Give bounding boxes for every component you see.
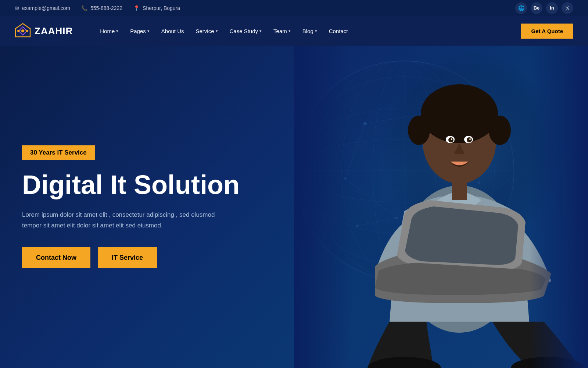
nav-case-study-label: Case Study — [230, 28, 258, 34]
nav-about[interactable]: About Us — [156, 24, 189, 38]
topbar-social: 🌐 Be in 𝕏 — [515, 2, 573, 14]
nav-team-chevron: ▾ — [288, 29, 291, 33]
topbar-email: ✉ example@gmail.com — [15, 5, 70, 11]
nav-contact[interactable]: Contact — [324, 24, 353, 38]
nav-team[interactable]: Team ▾ — [268, 24, 296, 38]
email-text: example@gmail.com — [22, 5, 70, 11]
nav-home-label: Home — [100, 28, 115, 34]
hero-section: 30 Years IT Service Digital It Solution … — [0, 46, 588, 368]
logo-text: ZAAHIR — [35, 25, 73, 37]
nav-blog[interactable]: Blog ▾ — [297, 24, 322, 38]
phone-icon: 📞 — [81, 5, 87, 11]
behance-social-icon[interactable]: Be — [531, 2, 542, 14]
location-icon: 📍 — [133, 5, 140, 11]
hero-description: Lorem ipsum dolor sit amet elit , consec… — [22, 210, 235, 231]
linkedin-social-icon[interactable]: in — [546, 2, 558, 14]
nav-case-study[interactable]: Case Study ▾ — [225, 24, 267, 38]
topbar-contact-info: ✉ example@gmail.com 📞 555-888-2222 📍 She… — [15, 5, 180, 11]
twitter-social-icon[interactable]: 𝕏 — [562, 2, 573, 14]
it-service-button[interactable]: IT Service — [98, 247, 157, 268]
hero-content: 30 Years IT Service Digital It Solution … — [0, 145, 240, 268]
header: ZAAHIR Home ▾ Pages ▾ About Us Service ▾… — [0, 16, 588, 46]
email-icon: ✉ — [15, 5, 19, 11]
get-quote-button[interactable]: Get A Quote — [521, 24, 573, 39]
nav-pages-label: Pages — [130, 28, 146, 34]
topbar-phone: 📞 555-888-2222 — [81, 5, 122, 11]
nav-pages-chevron: ▾ — [147, 29, 150, 33]
topbar-location: 📍 Sherpur, Bogura — [133, 5, 180, 11]
hero-person-container — [294, 46, 588, 368]
nav-service[interactable]: Service ▾ — [190, 24, 223, 38]
nav-home[interactable]: Home ▾ — [95, 24, 123, 38]
nav-blog-chevron: ▾ — [315, 29, 317, 33]
hero-buttons: Contact Now IT Service — [22, 247, 240, 268]
nav-home-chevron: ▾ — [116, 29, 118, 33]
nav-team-label: Team — [273, 28, 287, 34]
nav-case-study-chevron: ▾ — [259, 29, 262, 33]
nav-service-chevron: ▾ — [216, 29, 218, 33]
hero-title: Digital It Solution — [22, 170, 240, 199]
svg-point-2 — [21, 29, 24, 32]
phone-text: 555-888-2222 — [90, 5, 122, 11]
globe-social-icon[interactable]: 🌐 — [515, 2, 527, 14]
contact-now-button[interactable]: Contact Now — [22, 247, 90, 268]
logo-icon — [15, 23, 31, 39]
nav-service-label: Service — [196, 28, 214, 34]
logo[interactable]: ZAAHIR — [15, 23, 73, 39]
nav-pages[interactable]: Pages ▾ — [125, 24, 155, 38]
nav-contact-label: Contact — [329, 28, 348, 34]
topbar: ✉ example@gmail.com 📞 555-888-2222 📍 She… — [0, 0, 588, 16]
nav-blog-label: Blog — [302, 28, 313, 34]
nav-about-label: About Us — [161, 28, 184, 34]
location-text: Sherpur, Bogura — [143, 5, 180, 11]
hero-badge: 30 Years IT Service — [22, 145, 95, 160]
main-nav: Home ▾ Pages ▾ About Us Service ▾ Case S… — [95, 24, 573, 39]
